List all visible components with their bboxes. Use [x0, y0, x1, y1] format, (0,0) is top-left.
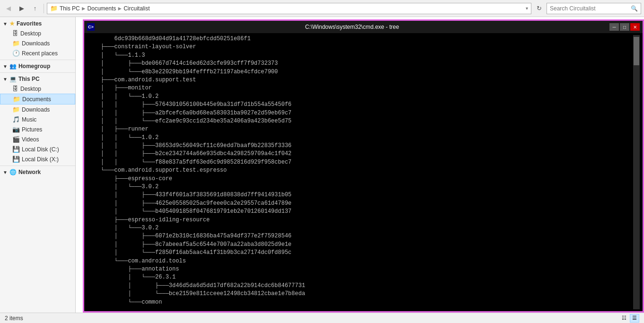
cmd-controls: ─ □ ✕ [609, 23, 640, 31]
maximize-button[interactable]: □ [620, 23, 629, 31]
this-pc-icon: 💻 [9, 76, 17, 82]
network-icon: 🌐 [9, 169, 17, 175]
sidebar-divider-2 [0, 72, 75, 73]
downloads-fav-icon: 📁 [12, 40, 20, 47]
sidebar-item-downloads[interactable]: 📁 Downloads [0, 105, 75, 114]
local-disk-x-icon: 💾 [12, 156, 20, 163]
forward-button[interactable]: ▶ [16, 3, 27, 14]
sidebar-divider-1 [0, 60, 75, 60]
navigation-bar: ◀ ▶ ↑ 📁 This PC ► Documents ► Circuitali… [0, 0, 644, 17]
refresh-button[interactable]: ↻ [533, 3, 545, 14]
cmd-scrollbar[interactable] [633, 35, 640, 309]
sidebar-item-desktop-fav[interactable]: 🗄 Desktop [0, 28, 75, 38]
sidebar-item-desktop[interactable]: 🗄 Desktop [0, 84, 75, 94]
this-pc-chevron: ▼ [3, 77, 8, 82]
sidebar-item-local-disk-c[interactable]: 💾 Local Disk (C:) [0, 144, 75, 154]
sidebar-item-pictures[interactable]: 📷 Pictures [0, 124, 75, 134]
back-button[interactable]: ◀ [3, 3, 14, 14]
pictures-icon: 📷 [12, 126, 20, 133]
search-icon: 🔍 [631, 5, 638, 12]
address-dropdown-icon[interactable]: ▾ [526, 6, 528, 11]
breadcrumb: This PC ► Documents ► Circuitalist [60, 5, 150, 12]
homegroup-icon: 👥 [9, 63, 17, 70]
videos-icon: 🎬 [12, 136, 20, 143]
path-documents[interactable]: Documents [88, 5, 116, 12]
network-section[interactable]: ▼ 🌐 Network [0, 167, 75, 177]
status-bar: 2 items ☷ ☰ [0, 313, 644, 323]
sidebar-item-downloads-fav-label: Downloads [22, 40, 50, 47]
sidebar: ▼ ★ Favorites 🗄 Desktop 📁 Downloads 🕐 Re… [0, 17, 76, 313]
sidebar-item-music-label: Music [22, 116, 36, 123]
details-view-button[interactable]: ☰ [630, 314, 639, 323]
favorites-chevron: ▼ [3, 21, 8, 26]
favorites-label: Favorites [17, 20, 42, 27]
desktop-fav-icon: 🗄 [12, 30, 18, 37]
documents-icon: 📁 [13, 96, 20, 103]
cmd-icon: C> [87, 23, 95, 31]
search-input[interactable] [550, 5, 629, 12]
sidebar-item-videos[interactable]: 🎬 Videos [0, 134, 75, 144]
local-disk-c-icon: 💾 [12, 146, 20, 153]
homegroup-label: Homegroup [18, 63, 50, 70]
sidebar-item-documents-label: Documents [22, 96, 51, 103]
sidebar-item-local-disk-x[interactable]: 💾 Local Disk (X:) [0, 154, 75, 164]
sidebar-item-desktop-fav-label: Desktop [20, 30, 41, 37]
list-view-button[interactable]: ☷ [619, 314, 629, 323]
homegroup-section[interactable]: ▼ 👥 Homegroup [0, 61, 75, 71]
music-icon: 🎵 [12, 116, 20, 123]
sidebar-item-recent-places[interactable]: 🕐 Recent places [0, 48, 75, 58]
sidebar-item-videos-label: Videos [22, 136, 39, 143]
recent-places-icon: 🕐 [12, 50, 20, 57]
cmd-titlebar: C> C:\Windows\system32\cmd.exe - tree ─ … [84, 21, 643, 33]
desktop-icon: 🗄 [12, 85, 18, 92]
content-area: C> C:\Windows\system32\cmd.exe - tree ─ … [76, 17, 644, 313]
sidebar-item-recent-places-label: Recent places [22, 50, 58, 57]
sidebar-item-desktop-label: Desktop [20, 86, 41, 92]
sidebar-item-pictures-label: Pictures [22, 126, 42, 133]
homegroup-chevron: ▼ [3, 64, 8, 69]
view-controls: ☷ ☰ [619, 314, 639, 323]
search-bar[interactable]: 🔍 [547, 3, 641, 14]
sidebar-item-local-disk-c-label: Local Disk (C:) [22, 146, 59, 153]
downloads-icon: 📁 [12, 106, 20, 113]
this-pc-label: This PC [18, 76, 40, 82]
minimize-button[interactable]: ─ [609, 23, 619, 31]
network-chevron: ▼ [3, 170, 8, 175]
up-button[interactable]: ↑ [29, 3, 41, 14]
scrollbar-thumb[interactable] [634, 37, 639, 65]
close-button[interactable]: ✕ [630, 23, 640, 31]
cmd-window: C> C:\Windows\system32\cmd.exe - tree ─ … [83, 19, 644, 313]
favorites-icon: ★ [9, 20, 15, 27]
sidebar-item-local-disk-x-label: Local Disk (X:) [22, 156, 59, 163]
this-pc-section[interactable]: ▼ 💻 This PC [0, 74, 75, 84]
path-this-pc[interactable]: This PC [60, 5, 80, 12]
path-circuitalist[interactable]: Circuitalist [124, 5, 150, 12]
sidebar-item-music[interactable]: 🎵 Music [0, 114, 75, 124]
sidebar-divider-3 [0, 166, 75, 166]
main-layout: ▼ ★ Favorites 🗄 Desktop 📁 Downloads 🕐 Re… [0, 17, 644, 313]
sidebar-item-downloads-label: Downloads [22, 106, 50, 113]
sidebar-item-downloads-fav[interactable]: 📁 Downloads [0, 38, 75, 48]
cmd-text-area: 6dc939b668d9d04d91a41728ebfcdd50251e86f1… [87, 35, 633, 309]
cmd-title: C:\Windows\system32\cmd.exe - tree [97, 24, 607, 30]
sidebar-item-documents[interactable]: 📁 Documents [0, 94, 75, 105]
favorites-section[interactable]: ▼ ★ Favorites [0, 19, 75, 28]
cmd-content: 6dc939b668d9d04d91a41728ebfcdd50251e86f1… [84, 33, 643, 311]
address-bar[interactable]: 📁 This PC ► Documents ► Circuitalist ▾ [47, 3, 531, 14]
folder-icon: 📁 [50, 5, 58, 12]
network-label: Network [18, 169, 41, 175]
items-count: 2 items [5, 315, 23, 322]
